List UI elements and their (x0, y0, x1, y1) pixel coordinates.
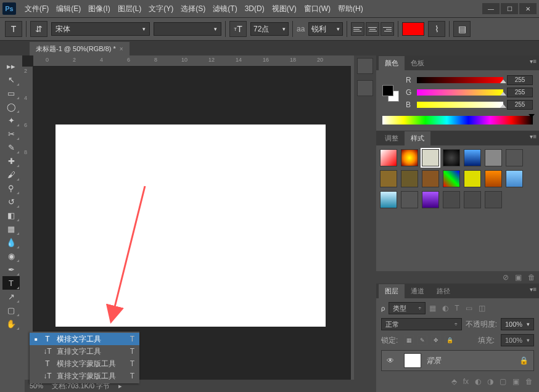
lock-position-icon[interactable]: ✥ (431, 335, 441, 345)
flyout-item[interactable]: ■T横排文字工具T (30, 333, 139, 345)
tab-paths[interactable]: 路径 (430, 284, 456, 298)
font-size-select[interactable]: 72点▾ (250, 22, 289, 36)
layer-kind-filter[interactable]: 类型÷ (389, 302, 426, 314)
maximize-button[interactable]: ☐ (501, 3, 518, 14)
lasso-tool[interactable]: ◯ (2, 100, 20, 113)
type-tool[interactable]: T (2, 276, 20, 290)
clear-style-icon[interactable]: ⊘ (503, 273, 509, 282)
lock-pixels-icon[interactable]: ✎ (418, 335, 427, 345)
style-swatch[interactable] (380, 170, 397, 187)
text-color-swatch[interactable] (402, 22, 424, 36)
document-canvas[interactable] (56, 125, 326, 327)
lock-all-icon[interactable]: 🔒 (445, 335, 455, 345)
warp-text-button[interactable]: ⌇ (428, 21, 445, 37)
menu-item[interactable]: 滤镜(T) (209, 2, 241, 15)
menu-item[interactable]: 帮助(H) (334, 2, 367, 15)
slider-value[interactable]: 255 (507, 100, 533, 110)
new-fill-layer-icon[interactable]: ◑ (487, 377, 493, 386)
marquee-tool[interactable]: ▭ (2, 86, 20, 100)
link-layers-icon[interactable]: ⬘ (451, 377, 457, 386)
style-swatch[interactable] (485, 191, 502, 208)
character-panel-button[interactable]: ▤ (453, 21, 471, 37)
style-swatch[interactable] (506, 170, 523, 187)
new-layer-icon[interactable]: ▣ (512, 377, 519, 386)
layer-fx-icon[interactable]: fx (463, 377, 469, 386)
panel-menu-icon[interactable]: ▾≡ (530, 133, 537, 140)
crop-tool[interactable]: ✂ (2, 127, 20, 141)
style-swatch[interactable] (401, 191, 418, 208)
slider-value[interactable]: 255 (507, 88, 533, 97)
path-select-tool[interactable]: ↗ (2, 290, 20, 303)
menu-item[interactable]: 图层(L) (114, 2, 146, 15)
stamp-tool[interactable]: ⚲ (2, 181, 20, 195)
flyout-item[interactable]: T横排文字蒙版工具T (30, 357, 139, 370)
menu-item[interactable]: 视图(V) (268, 2, 300, 15)
tab-adjustments[interactable]: 调整 (379, 131, 405, 145)
style-swatch[interactable] (443, 191, 460, 208)
style-swatch[interactable] (464, 149, 481, 166)
layer-row[interactable]: 👁 背景 🔒 (381, 350, 534, 371)
style-swatch[interactable] (422, 149, 439, 166)
close-tab-icon[interactable]: × (120, 46, 123, 52)
quick-select-tool[interactable]: ✦ (2, 113, 20, 127)
delete-style-icon[interactable]: 🗑 (528, 273, 535, 282)
menu-item[interactable]: 文件(F) (21, 2, 52, 15)
collapsed-panel-icon[interactable] (357, 58, 373, 74)
delete-layer-icon[interactable]: 🗑 (525, 377, 533, 386)
style-swatch[interactable] (380, 149, 397, 166)
layer-name[interactable]: 背景 (426, 356, 441, 366)
tool-preset-icon[interactable]: T (5, 21, 22, 37)
style-swatch[interactable] (401, 170, 418, 187)
style-swatch[interactable] (464, 191, 481, 208)
filter-smart-icon[interactable]: ◫ (479, 304, 485, 312)
style-swatch[interactable] (485, 149, 502, 166)
color-spectrum[interactable] (382, 116, 533, 125)
style-swatch[interactable] (422, 170, 439, 187)
antialias-select[interactable]: 锐利▾ (308, 22, 343, 36)
fill-input[interactable]: 100%▾ (501, 334, 534, 346)
style-swatch[interactable] (485, 170, 502, 187)
foreground-background-colors[interactable] (382, 85, 400, 102)
menu-item[interactable]: 窗口(W) (300, 2, 334, 15)
brush-tool[interactable]: 🖌 (2, 168, 20, 181)
filter-adjust-icon[interactable]: ◐ (442, 304, 448, 312)
move-tool[interactable]: ↖ (2, 73, 20, 86)
slider-G[interactable] (417, 89, 503, 96)
style-swatch[interactable] (401, 149, 418, 166)
gradient-tool[interactable]: ▦ (2, 222, 20, 235)
eraser-tool[interactable]: ◧ (2, 208, 20, 222)
document-tab[interactable]: 未标题-1 @ 50%(RGB/8) * × (30, 42, 130, 55)
minimize-button[interactable]: — (482, 3, 500, 14)
panel-menu-icon[interactable]: ▾≡ (530, 58, 537, 65)
slider-R[interactable] (417, 77, 503, 83)
style-swatch[interactable] (506, 149, 523, 166)
tab-layers[interactable]: 图层 (379, 284, 405, 298)
menu-item[interactable]: 文字(Y) (145, 2, 177, 15)
healing-tool[interactable]: ✚ (2, 154, 20, 168)
filter-pixel-icon[interactable]: ▦ (429, 304, 436, 312)
panel-menu-icon[interactable]: ▾≡ (530, 286, 537, 293)
visibility-toggle-icon[interactable]: 👁 (382, 356, 399, 365)
new-style-icon[interactable]: ▣ (515, 273, 522, 282)
menu-item[interactable]: 编辑(E) (52, 2, 84, 15)
slider-B[interactable] (417, 102, 503, 108)
slider-value[interactable]: 255 (507, 75, 533, 85)
lock-transparency-icon[interactable]: ▦ (404, 335, 414, 345)
dodge-tool[interactable]: ◉ (2, 249, 20, 263)
history-brush-tool[interactable]: ↺ (2, 195, 20, 208)
font-family-select[interactable]: 宋体▾ (51, 22, 150, 36)
style-swatch[interactable] (422, 191, 439, 208)
menu-item[interactable]: 选择(S) (177, 2, 209, 15)
flyout-item[interactable]: ↓T直排文字工具T (30, 345, 139, 357)
tab-color[interactable]: 颜色 (379, 56, 405, 70)
expand-tools-icon[interactable]: ▸▸ (2, 59, 20, 73)
align-left-button[interactable] (351, 22, 364, 36)
filter-type-icon[interactable]: T (455, 304, 459, 312)
align-right-button[interactable] (381, 22, 394, 36)
align-center-button[interactable] (366, 22, 379, 36)
style-swatch[interactable] (464, 170, 481, 187)
menu-item[interactable]: 3D(D) (241, 2, 268, 15)
close-button[interactable]: ✕ (519, 3, 537, 14)
blur-tool[interactable]: 💧 (2, 235, 20, 249)
new-group-icon[interactable]: ▢ (500, 377, 506, 386)
